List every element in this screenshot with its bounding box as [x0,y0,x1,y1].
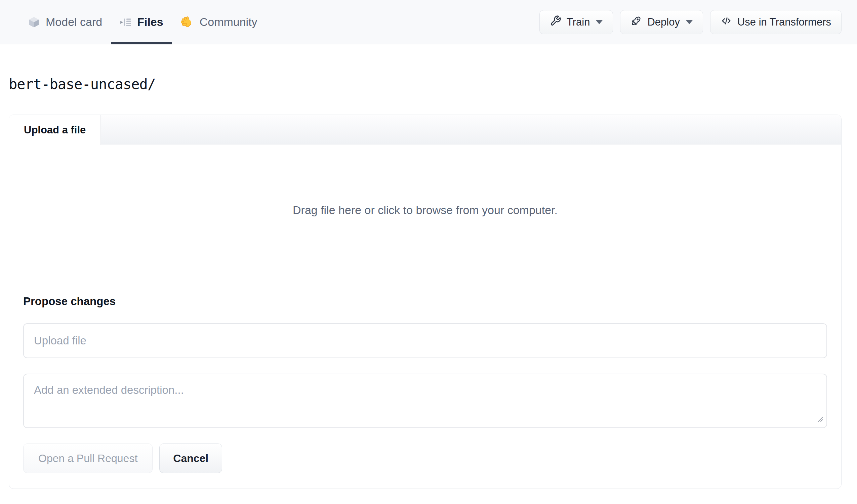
train-button-label: Train [567,16,590,28]
main-content: bert-base-uncased/ Upload a file Drag fi… [0,76,857,489]
repo-path: bert-base-uncased/ [9,76,842,93]
repo-action-buttons: Train Deploy [539,0,842,44]
propose-actions: Open a Pull Request Cancel [23,443,827,473]
propose-changes-section: Propose changes Open a Pull Request Canc… [9,276,841,489]
propose-changes-heading: Propose changes [23,295,827,308]
code-icon [721,15,732,29]
description-field-wrap [23,374,827,428]
deploy-button-label: Deploy [647,16,680,28]
tab-files[interactable]: Files [111,0,172,44]
chevron-down-icon [596,20,603,24]
use-in-transformers-button[interactable]: Use in Transformers [710,10,842,34]
file-dropzone[interactable]: Drag file here or click to browse from y… [9,145,841,276]
page: Model card Files [0,0,857,489]
upload-card: Upload a file Drag file here or click to… [9,115,842,489]
tab-model-card[interactable]: Model card [19,0,111,44]
tab-model-card-label: Model card [46,15,102,29]
file-versions-icon [120,16,132,28]
tab-upload-a-file[interactable]: Upload a file [9,115,101,145]
upload-card-tabs: Upload a file [9,115,841,145]
tab-community[interactable]: Community [172,0,266,44]
tab-upload-a-file-label: Upload a file [24,124,86,136]
waving-hand-icon [181,15,194,29]
tab-community-label: Community [200,15,257,29]
model-tabs: Model card Files [19,0,266,44]
rocket-icon [631,15,642,29]
use-in-transformers-label: Use in Transformers [737,16,831,28]
chevron-down-icon [686,20,693,24]
deploy-button[interactable]: Deploy [620,10,703,34]
train-button[interactable]: Train [539,10,613,34]
open-pull-request-button[interactable]: Open a Pull Request [23,443,153,473]
tab-files-label: Files [137,15,163,29]
upload-filename-input[interactable] [23,323,827,358]
extended-description-textarea[interactable] [23,374,827,428]
cube-icon [28,16,40,29]
wrench-icon [550,15,561,29]
cancel-button[interactable]: Cancel [159,443,222,473]
dropzone-text: Drag file here or click to browse from y… [293,204,557,217]
model-nav-bar: Model card Files [0,0,857,44]
